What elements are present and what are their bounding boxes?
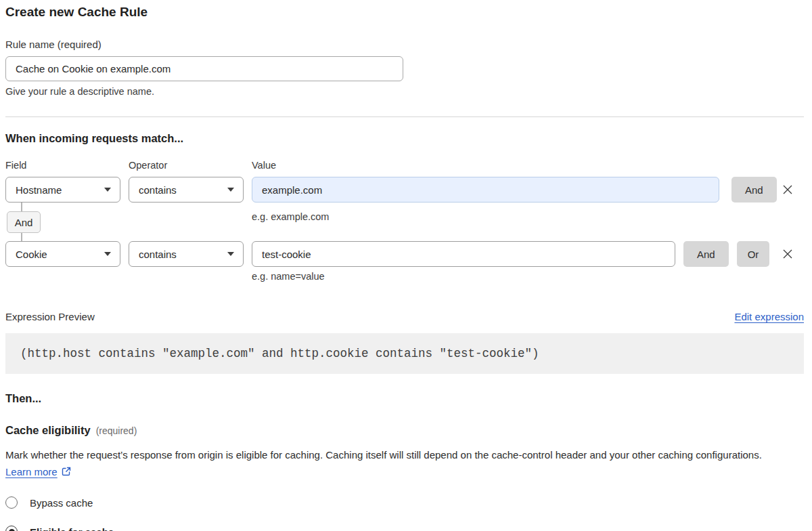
- expression-preview-header: Expression Preview Edit expression: [5, 311, 804, 322]
- radio-unselected-icon[interactable]: [5, 496, 18, 509]
- rule-name-helper: Give your rule a descriptive name.: [5, 86, 804, 98]
- field-select-row1[interactable]: Hostname: [5, 177, 120, 203]
- remove-condition-button-row1[interactable]: [781, 183, 794, 196]
- rule-name-label: Rule name (required): [5, 39, 804, 51]
- match-heading: When incoming requests match...: [5, 131, 804, 145]
- chevron-down-icon: [227, 188, 234, 192]
- operator-select-row2-value: contains: [139, 249, 177, 260]
- section-divider: [5, 116, 804, 117]
- field-select-row1-value: Hostname: [16, 184, 62, 196]
- add-and-condition-button-row1[interactable]: And: [731, 177, 777, 203]
- add-or-condition-button-row2[interactable]: Or: [737, 241, 770, 267]
- cache-eligibility-description: Mark whether the request’s response from…: [5, 447, 790, 480]
- then-heading: Then...: [5, 391, 804, 405]
- option-bypass-cache-label[interactable]: Bypass cache: [30, 497, 93, 509]
- operator-column-label: Operator: [129, 160, 252, 171]
- remove-condition-button-row2[interactable]: [781, 247, 794, 261]
- field-select-row2[interactable]: Cookie: [5, 241, 120, 267]
- rule-name-input[interactable]: [5, 56, 403, 81]
- edit-expression-link[interactable]: Edit expression: [734, 311, 804, 322]
- expression-text: (http.host contains "example.com" and ht…: [20, 347, 539, 360]
- value-column-label: Value: [252, 160, 276, 171]
- expression-preview-label: Expression Preview: [5, 311, 95, 322]
- operator-select-row1-value: contains: [139, 184, 177, 196]
- required-tag: (required): [96, 425, 137, 436]
- value-hint-row2: e.g. name=value: [252, 271, 804, 282]
- chevron-down-icon: [104, 252, 111, 256]
- close-icon: [782, 248, 794, 260]
- learn-more-link[interactable]: Learn more: [5, 466, 58, 477]
- expression-preview-code: (http.host contains "example.com" and ht…: [5, 333, 804, 374]
- cache-eligibility-heading: Cache eligibility (required): [5, 424, 804, 437]
- value-input-row1[interactable]: [252, 177, 719, 203]
- option-eligible-for-cache-label[interactable]: Eligible for cache: [30, 526, 114, 531]
- condition-row: Hostname contains And: [5, 177, 804, 203]
- cache-eligibility-title: Cache eligibility: [5, 424, 91, 437]
- value-input-row2[interactable]: [252, 241, 675, 267]
- chevron-down-icon: [104, 188, 111, 192]
- description-text: Mark whether the request’s response from…: [5, 449, 762, 461]
- add-and-condition-button-row2[interactable]: And: [683, 241, 729, 267]
- option-bypass-cache[interactable]: Bypass cache: [5, 496, 804, 509]
- value-hint-row1: e.g. example.com: [252, 211, 329, 223]
- operator-select-row2[interactable]: contains: [129, 241, 244, 267]
- external-link-icon: [61, 466, 72, 477]
- chevron-down-icon: [227, 252, 234, 256]
- condition-column-labels: Field Operator Value: [5, 160, 804, 171]
- field-select-row2-value: Cookie: [16, 249, 47, 260]
- close-icon: [782, 184, 794, 196]
- connector-and-button[interactable]: And: [7, 211, 41, 233]
- condition-connector-area: e.g. example.com And: [5, 203, 804, 241]
- field-column-label: Field: [5, 160, 129, 171]
- option-eligible-for-cache[interactable]: Eligible for cache: [5, 526, 804, 531]
- radio-selected-icon[interactable]: [5, 526, 18, 531]
- condition-row: Cookie contains And Or: [5, 241, 804, 267]
- create-cache-rule-page: Create new Cache Rule Rule name (require…: [0, 0, 804, 531]
- operator-select-row1[interactable]: contains: [129, 177, 244, 203]
- page-title: Create new Cache Rule: [5, 4, 804, 20]
